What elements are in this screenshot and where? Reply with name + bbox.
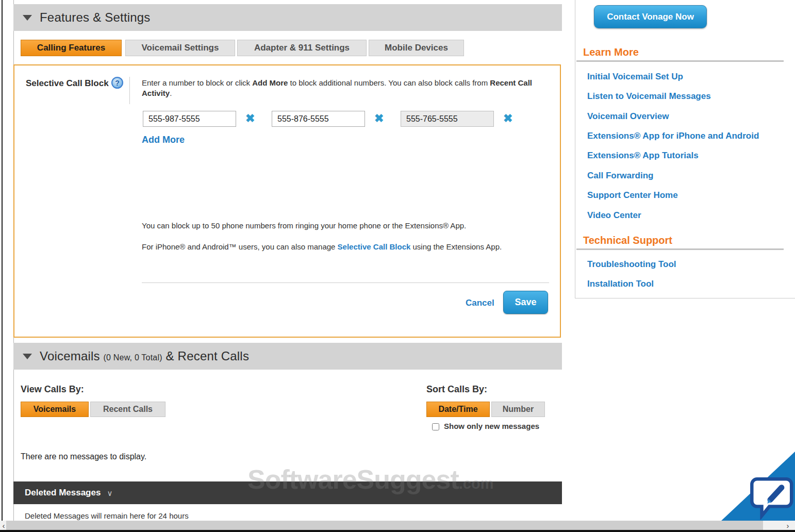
manage-note: For iPhone® and Android™ users, you can … [142,242,537,252]
no-messages-text: There are no messages to display. [21,452,146,461]
save-button[interactable]: Save [503,291,548,314]
sidebar-link-initial-voicemail[interactable]: Initial Voicemail Set Up [587,72,683,82]
remove-number-icon[interactable]: ✖ [245,112,255,125]
selective-call-block-label: Selective Call Block [26,78,113,89]
divider [129,77,130,104]
desc-text: Enter a number to block or click [142,78,252,87]
sort-calls-by-label: Sort Calls By: [426,384,487,395]
scroll-right-arrow[interactable]: › [784,521,791,530]
sort-number-button[interactable]: Number [491,402,545,417]
view-voicemails-button[interactable]: Voicemails [21,402,89,417]
sidebar-link-installation-tool[interactable]: Installation Tool [587,279,654,289]
sidebar-link-listen-voicemail[interactable]: Listen to Voicemail Messages [587,91,711,102]
deleted-messages-note: Deleted Messages will remain here for 24… [25,511,189,520]
deleted-messages-label: Deleted Messages [25,488,101,498]
contact-vonage-button[interactable]: Contact Vonage Now [594,5,707,28]
feedback-chat-icon[interactable] [747,475,794,520]
sidebar-panel [575,0,795,298]
sidebar-link-extensions-app[interactable]: Extensions® App for iPhone and Android [587,131,759,141]
scroll-left-arrow[interactable]: ‹ [0,521,7,530]
voicemails-title: Voicemails (0 New, 0 Total) & Recent Cal… [40,349,249,363]
note-text: using the Extensions App. [410,242,502,251]
help-icon[interactable]: ? [111,77,123,89]
desc-text: . [170,89,172,97]
cancel-button[interactable]: Cancel [466,298,494,308]
sidebar-link-troubleshooting-tool[interactable]: Troubleshooting Tool [587,259,676,270]
learn-more-heading: Learn More [583,46,639,58]
divider [576,60,784,62]
add-more-link[interactable]: Add More [142,135,185,145]
sidebar-link-voicemail-overview[interactable]: Voicemail Overview [587,111,669,122]
features-settings-header[interactable]: Features & Settings [13,4,562,31]
window-edge-line [2,0,3,521]
blocked-number-input-3[interactable] [401,111,494,127]
collapse-arrow-icon [23,354,32,359]
sidebar-link-video-center[interactable]: Video Center [587,210,641,221]
view-calls-by-label: View Calls By: [21,384,84,395]
sort-datetime-button[interactable]: Date/Time [426,402,490,417]
bottom-edge-strip [0,530,795,532]
tab-adapter-911-settings[interactable]: Adapter & 911 Settings [237,40,367,56]
divider [576,248,784,250]
selective-call-block-link[interactable]: Selective Call Block [338,242,411,251]
horizontal-scrollbar-thumb[interactable] [6,521,763,530]
sidebar-link-support-center[interactable]: Support Center Home [587,190,678,201]
remove-number-icon[interactable]: ✖ [374,112,384,125]
blocked-number-input-2[interactable] [272,111,365,127]
desc-text: to block additional numbers. You can als… [288,78,490,87]
sidebar-link-call-forwarding[interactable]: Call Forwarding [587,171,653,181]
show-only-new-checkbox[interactable] [432,423,439,430]
voicemails-title-main: Voicemails [40,349,100,363]
sidebar-link-extensions-tutorials[interactable]: Extensions® App Tutorials [587,151,699,161]
tab-calling-features[interactable]: Calling Features [21,40,122,56]
show-only-new-label[interactable]: Show only new messages [444,422,539,430]
note-text: For iPhone® and Android™ users, you can … [142,242,338,251]
blocked-number-input-1[interactable] [143,111,236,127]
recent-calls-title-suffix: & Recent Calls [166,349,250,363]
deleted-messages-header[interactable]: Deleted Messages ∨ [13,481,562,504]
selective-call-block-panel: Selective Call Block ? Enter a number to… [13,64,561,338]
selective-call-block-description: Enter a number to block or click Add Mor… [142,78,543,98]
block-limit-note: You can block up to 50 phone numbers fro… [142,221,537,231]
remove-number-icon[interactable]: ✖ [503,112,512,125]
voicemails-count: (0 New, 0 Total) [104,353,162,362]
divider [142,282,549,283]
view-recent-calls-button[interactable]: Recent Calls [90,402,165,417]
voicemails-recent-calls-header[interactable]: Voicemails (0 New, 0 Total) & Recent Cal… [13,343,562,370]
technical-support-heading: Technical Support [583,235,672,246]
desc-bold-add-more: Add More [252,78,288,87]
page: Features & Settings Calling Features Voi… [0,0,795,532]
chevron-down-icon: ∨ [107,489,112,498]
tab-mobile-devices[interactable]: Mobile Devices [369,40,464,56]
tab-voicemail-settings[interactable]: Voicemail Settings [125,40,235,56]
collapse-arrow-icon [23,15,32,21]
section-title: Features & Settings [40,10,151,25]
